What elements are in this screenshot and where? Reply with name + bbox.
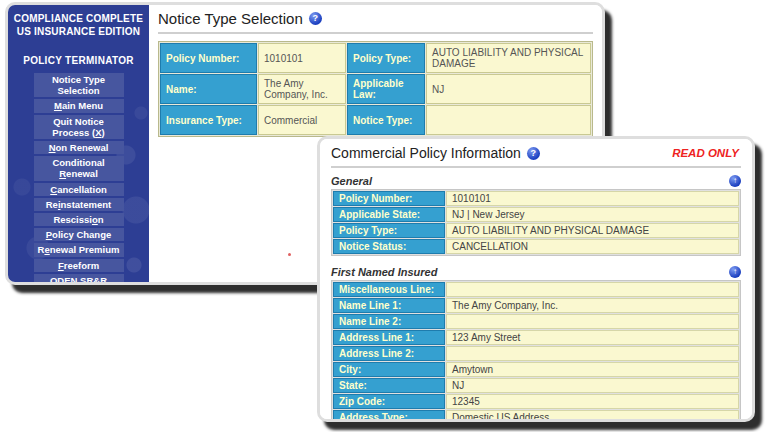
sidebar-item-reinstatement[interactable]: Reinstatement (34, 198, 124, 211)
field-value: Commercial (258, 105, 346, 135)
table-row: Policy Type:AUTO LIABILITY AND PHYSICAL … (333, 223, 739, 238)
label-post: on Renewal (56, 142, 109, 153)
label-pre: Conditional (52, 157, 104, 168)
page-title: Commercial Policy Information (331, 145, 521, 161)
field-label: Name Line 2: (333, 314, 445, 329)
field-label: Insurance Type: (160, 105, 257, 135)
field-label: Address Type: (333, 410, 445, 422)
field-label: Applicable Law: (347, 74, 425, 104)
table-row: Name Line 2: (333, 314, 739, 329)
field-value: AUTO LIABILITY AND PHYSICAL DAMAGE (426, 43, 591, 73)
commercial-policy-information-content: Commercial Policy Information ? READ ONL… (320, 139, 752, 422)
field-value (446, 314, 739, 329)
label-post: newal Premium (50, 244, 120, 255)
table-row: Policy Number: 1010101 Policy Type: AUTO… (160, 43, 591, 73)
field-value: The Amy Company, Inc. (446, 298, 739, 313)
brand-line-2: US INSURANCE EDITION (12, 25, 145, 38)
brand-title: COMPLIANCE COMPLETE US INSURANCE EDITION (12, 12, 145, 38)
field-label: Notice Type: (347, 105, 425, 135)
field-label: Policy Type: (347, 43, 425, 73)
field-label: Address Line 2: (333, 346, 445, 361)
section-heading-first-named-insured: First Named Insured (331, 266, 437, 278)
table-row: Name: The Amy Company, Inc. Applicable L… (160, 74, 591, 104)
read-only-badge: READ ONLY (672, 147, 741, 159)
label-post: ) (101, 127, 104, 138)
red-dot-artifact (288, 253, 291, 256)
title-divider (331, 166, 741, 168)
table-row: Policy Number:1010101 (333, 191, 739, 206)
commercial-policy-information-window: Commercial Policy Information ? READ ONL… (317, 136, 755, 422)
label-pre: Rescissi (53, 214, 92, 225)
label-post: ancellation (57, 184, 107, 195)
table-row: State:NJ (333, 378, 739, 393)
back-to-top-icon[interactable]: ↑ (729, 266, 741, 278)
field-value: 123 Amy Street (446, 330, 739, 345)
label-post: n (98, 214, 104, 225)
sidebar: COMPLIANCE COMPLETE US INSURANCE EDITION… (8, 5, 149, 282)
field-label: Name: (160, 74, 257, 104)
field-value: 12345 (446, 394, 739, 409)
table-row: Address Type:Domestic US Address (333, 410, 739, 422)
sidebar-item-oden-srr-library[interactable]: ODEN SR&R Library (34, 274, 124, 282)
label-pre: Notice Type Selection (52, 74, 105, 96)
sidebar-item-freeform[interactable]: Freeform (34, 259, 124, 272)
table-row: Name Line 1:The Amy Company, Inc. (333, 298, 739, 313)
label-post: olicy Change (52, 229, 111, 240)
field-label: Address Line 1: (333, 330, 445, 345)
field-value: Amytown (446, 362, 739, 377)
table-row: Notice Status:CANCELLATION (333, 239, 739, 254)
title-divider (158, 32, 593, 34)
table-row: Miscellaneous Line: (333, 282, 739, 297)
field-value: The Amy Company, Inc. (258, 74, 346, 104)
sidebar-item-renewal-premium[interactable]: Renewal Premium (34, 243, 124, 256)
help-icon[interactable]: ? (309, 12, 322, 25)
field-value (446, 282, 739, 297)
field-label: Notice Status: (333, 239, 445, 254)
table-row: Address Line 1:123 Amy Street (333, 330, 739, 345)
sidebar-item-notice-type-selection[interactable]: Notice Type Selection (34, 73, 124, 97)
sidebar-menu: Notice Type Selection Main Menu Quit Not… (34, 73, 124, 282)
sidebar-item-cancellation[interactable]: Cancellation (34, 183, 124, 196)
field-label: State: (333, 378, 445, 393)
field-label: Policy Number: (333, 191, 445, 206)
table-row: Applicable State:NJ | New Jersey (333, 207, 739, 222)
label-post: reeform (64, 260, 99, 271)
field-value: CANCELLATION (446, 239, 739, 254)
label-post: nstatement (61, 199, 112, 210)
sidebar-item-non-renewal[interactable]: Non Renewal (34, 141, 124, 154)
section-heading-general: General (331, 175, 372, 187)
back-to-top-icon[interactable]: ↑ (729, 175, 741, 187)
brand-line-1: COMPLIANCE COMPLETE (12, 12, 145, 25)
label-key: M (54, 100, 62, 111)
field-value: 1010101 (446, 191, 739, 206)
field-value: NJ (426, 74, 591, 104)
field-label: Miscellaneous Line: (333, 282, 445, 297)
first-named-insured-table: Miscellaneous Line: Name Line 1:The Amy … (331, 280, 741, 422)
field-value: Domestic US Address (446, 410, 739, 422)
field-value: NJ | New Jersey (446, 207, 739, 222)
field-label: Applicable State: (333, 207, 445, 222)
table-row: Zip Code:12345 (333, 394, 739, 409)
field-label: Policy Type: (333, 223, 445, 238)
sidebar-item-quit-notice-process[interactable]: Quit Notice Process (X) (34, 115, 124, 139)
policy-summary-table: Policy Number: 1010101 Policy Type: AUTO… (158, 41, 593, 137)
label-post: ain Menu (62, 100, 103, 111)
screen: COMPLIANCE COMPLETE US INSURANCE EDITION… (0, 0, 768, 432)
field-value: AUTO LIABILITY AND PHYSICAL DAMAGE (446, 223, 739, 238)
general-table: Policy Number:1010101 Applicable State:N… (331, 189, 741, 256)
sidebar-item-policy-change[interactable]: Policy Change (34, 228, 124, 241)
page-title: Notice Type Selection (158, 10, 303, 27)
field-label: Zip Code: (333, 394, 445, 409)
help-icon[interactable]: ? (527, 147, 540, 160)
sidebar-item-rescission[interactable]: Rescission (34, 213, 124, 226)
field-value: 1010101 (258, 43, 346, 73)
table-row: Insurance Type: Commercial Notice Type: (160, 105, 591, 135)
label-post: enewal (66, 168, 98, 179)
sidebar-item-main-menu[interactable]: Main Menu (34, 99, 124, 112)
label-pre: Re (46, 199, 58, 210)
table-row: City:Amytown (333, 362, 739, 377)
sidebar-item-conditional-renewal[interactable]: Conditional Renewal (34, 156, 124, 180)
field-value (446, 346, 739, 361)
label-pre: ODEN (50, 275, 80, 282)
label-key: N (49, 142, 56, 153)
